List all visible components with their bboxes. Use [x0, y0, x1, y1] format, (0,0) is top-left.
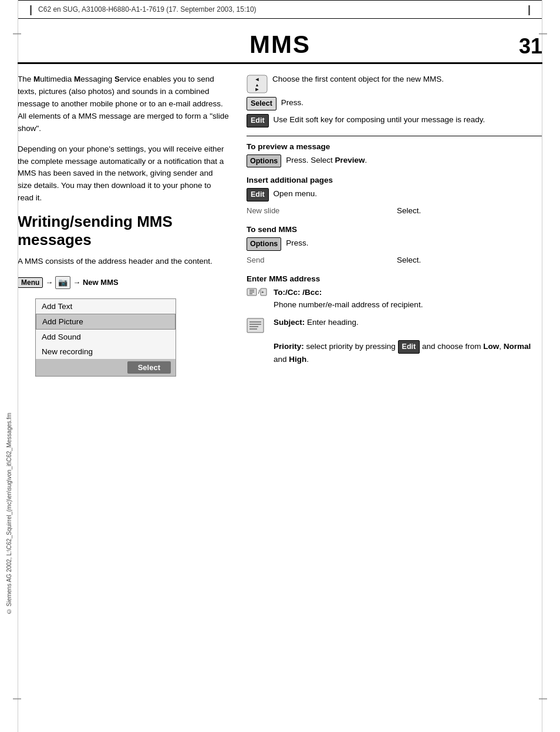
page-number: 31 — [519, 34, 542, 59]
svg-text:◄: ◄ — [255, 76, 260, 82]
address-heading: Enter MMS address — [247, 274, 542, 283]
address-row-2-content: Subject: Enter heading. Priority: select… — [274, 317, 542, 366]
send-heading: To send MMS — [247, 225, 542, 234]
left-column: The Multimedia Messaging Service enables… — [18, 73, 229, 377]
menu-item-add-picture[interactable]: Add Picture — [36, 314, 176, 330]
phone-menu-box: Add Text Add Picture Add Sound New recor… — [35, 298, 176, 377]
right-column: ◄ ▲ ► Choose the first content object fo… — [247, 73, 542, 377]
edit-key: Edit — [247, 114, 269, 127]
subject-label: Subject: — [274, 318, 305, 327]
corner-mark-bl: — — [13, 694, 21, 703]
sidebar-copyright: © Siemens AG 2002, L:\C62_Squirrel_(mc)\… — [6, 117, 18, 615]
options-key-send: Options — [247, 237, 281, 251]
section-heading: Writing/sending MMS messages — [18, 213, 229, 249]
options-key-preview: Options — [247, 155, 281, 168]
preview-heading: To preview a message — [247, 142, 542, 151]
select-desc: Press. — [281, 97, 542, 109]
to-cc-bcc-desc: Phone number/e-mail address of recipient… — [274, 300, 423, 309]
phone-menu-footer: Select — [36, 359, 176, 376]
header-left-mark: | — [29, 4, 32, 15]
preview-section: To preview a message Options Press. Sele… — [247, 142, 542, 168]
new-slide-label: New slide — [247, 205, 392, 217]
menu-nav-row: Menu → 📷 → New MMS — [18, 276, 229, 289]
grid-contact-icon: / + — [247, 288, 268, 304]
preview-desc: Press. Select Preview. — [286, 155, 542, 166]
subject-icon — [247, 318, 264, 333]
preview-row: Options Press. Select Preview. — [247, 155, 542, 168]
menu-item-add-sound[interactable]: Add Sound — [36, 330, 176, 344]
address-row-1-content: To:/Cc: /Bcc: Phone number/e-mail addres… — [274, 287, 423, 311]
border-right — [542, 0, 542, 732]
edit-key-insert: Edit — [247, 188, 269, 202]
insert-edit-row: Edit Open menu. — [247, 188, 542, 202]
choose-icon-row: ◄ ▲ ► Choose the first content object fo… — [247, 73, 542, 93]
to-cc-bcc-label: To:/Cc: /Bcc: — [274, 288, 322, 297]
nav-arrow-1: → — [45, 278, 53, 287]
subject-desc: Enter heading. — [307, 318, 359, 327]
insert-edit-desc: Open menu. — [274, 188, 542, 200]
address-row-2: Subject: Enter heading. Priority: select… — [247, 317, 542, 366]
section-para: A MMS consists of the address header and… — [18, 256, 229, 268]
address-row-1: / + To:/Cc: /Bcc: Phone number/e-mail ad… — [247, 287, 542, 311]
send-label: Send — [247, 254, 392, 266]
send-options-row: Options Press. — [247, 237, 542, 251]
priority-desc: select priority by pressing — [306, 342, 398, 351]
select-row: Select Press. — [247, 97, 542, 110]
edit-desc: Use Edit soft key for composing until yo… — [274, 114, 542, 126]
send-options-desc: Press. — [286, 237, 542, 249]
menu-button[interactable]: Menu — [18, 277, 43, 288]
nav-arrows-icon: ◄ ▲ ► — [247, 75, 268, 93]
send-desc: Select. — [397, 254, 542, 266]
address-section: Enter MMS address / + — [247, 274, 542, 365]
new-slide-row: New slide Select. — [247, 205, 542, 217]
addr-icon-1: / + — [247, 288, 268, 308]
svg-text:/: / — [258, 289, 260, 295]
page-wrapper: — — — — | C62 en SUG, A31008-H6880-A1-1-… — [0, 0, 560, 732]
nav-new-mms: → New MMS — [73, 278, 118, 287]
content-area: The Multimedia Messaging Service enables… — [18, 73, 542, 377]
insert-section: Insert additional pages Edit Open menu. … — [247, 176, 542, 217]
divider-1 — [247, 136, 542, 136]
send-section: To send MMS Options Press. Send Select. — [247, 225, 542, 266]
edit-row: Edit Use Edit soft key for composing unt… — [247, 114, 542, 127]
header-right-mark: | — [528, 4, 531, 15]
menu-item-new-recording[interactable]: New recording — [36, 344, 176, 359]
edit-key-priority: Edit — [398, 340, 420, 354]
addr-icon-2 — [247, 318, 268, 337]
svg-rect-11 — [247, 318, 264, 333]
insert-heading: Insert additional pages — [247, 176, 542, 184]
intro-para-2: Depending on your phone's settings, you … — [18, 143, 229, 205]
select-key: Select — [247, 97, 276, 110]
border-left — [18, 0, 18, 732]
header-bar: | C62 en SUG, A31008-H6880-A1-1-7619 (17… — [18, 0, 542, 19]
page-title: MMS — [18, 31, 542, 59]
nav-icon: 📷 — [55, 276, 70, 289]
choose-content-desc: Choose the first content object for the … — [272, 73, 542, 85]
new-slide-desc: Select. — [397, 205, 542, 217]
corner-mark-br: — — [539, 694, 547, 703]
select-button[interactable]: Select — [127, 361, 171, 374]
svg-text:+: + — [261, 290, 264, 295]
header-text: C62 en SUG, A31008-H6880-A1-1-7619 (17. … — [38, 5, 522, 14]
svg-text:►: ► — [255, 86, 260, 92]
menu-item-add-text[interactable]: Add Text — [36, 299, 176, 314]
priority-label: Priority: — [274, 342, 304, 351]
send-row: Send Select. — [247, 254, 542, 266]
title-row: MMS 31 — [18, 31, 542, 64]
intro-para-1: The Multimedia Messaging Service enables… — [18, 73, 229, 135]
choose-content-section: ◄ ▲ ► Choose the first content object fo… — [247, 73, 542, 127]
